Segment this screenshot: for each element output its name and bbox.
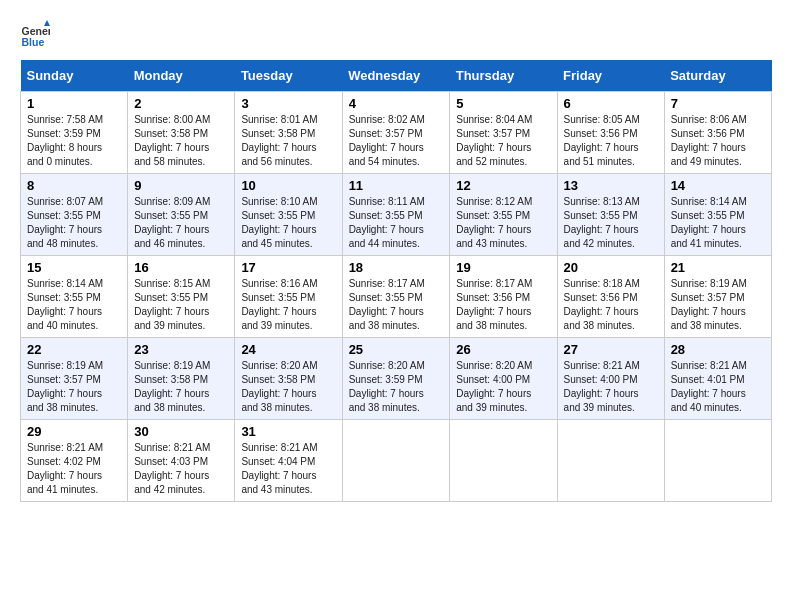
day-number: 8: [27, 178, 121, 193]
col-header-saturday: Saturday: [664, 60, 771, 92]
day-detail: Sunrise: 8:21 AM Sunset: 4:01 PM Dayligh…: [671, 359, 765, 415]
calendar-cell: 10Sunrise: 8:10 AM Sunset: 3:55 PM Dayli…: [235, 174, 342, 256]
day-detail: Sunrise: 8:16 AM Sunset: 3:55 PM Dayligh…: [241, 277, 335, 333]
col-header-sunday: Sunday: [21, 60, 128, 92]
day-detail: Sunrise: 8:17 AM Sunset: 3:55 PM Dayligh…: [349, 277, 444, 333]
calendar-cell: 19Sunrise: 8:17 AM Sunset: 3:56 PM Dayli…: [450, 256, 557, 338]
day-number: 14: [671, 178, 765, 193]
calendar-cell: 27Sunrise: 8:21 AM Sunset: 4:00 PM Dayli…: [557, 338, 664, 420]
logo-icon: General Blue: [20, 20, 50, 50]
calendar-cell: 3Sunrise: 8:01 AM Sunset: 3:58 PM Daylig…: [235, 92, 342, 174]
day-number: 6: [564, 96, 658, 111]
day-detail: Sunrise: 8:21 AM Sunset: 4:00 PM Dayligh…: [564, 359, 658, 415]
calendar-cell: 13Sunrise: 8:13 AM Sunset: 3:55 PM Dayli…: [557, 174, 664, 256]
logo: General Blue: [20, 20, 54, 50]
calendar-cell: 21Sunrise: 8:19 AM Sunset: 3:57 PM Dayli…: [664, 256, 771, 338]
day-number: 13: [564, 178, 658, 193]
calendar-cell: 18Sunrise: 8:17 AM Sunset: 3:55 PM Dayli…: [342, 256, 450, 338]
day-detail: Sunrise: 8:06 AM Sunset: 3:56 PM Dayligh…: [671, 113, 765, 169]
calendar-cell: 7Sunrise: 8:06 AM Sunset: 3:56 PM Daylig…: [664, 92, 771, 174]
day-detail: Sunrise: 8:17 AM Sunset: 3:56 PM Dayligh…: [456, 277, 550, 333]
calendar-cell: 20Sunrise: 8:18 AM Sunset: 3:56 PM Dayli…: [557, 256, 664, 338]
day-detail: Sunrise: 8:20 AM Sunset: 3:58 PM Dayligh…: [241, 359, 335, 415]
calendar-cell: 26Sunrise: 8:20 AM Sunset: 4:00 PM Dayli…: [450, 338, 557, 420]
calendar-cell: 11Sunrise: 8:11 AM Sunset: 3:55 PM Dayli…: [342, 174, 450, 256]
day-number: 27: [564, 342, 658, 357]
calendar-cell: 16Sunrise: 8:15 AM Sunset: 3:55 PM Dayli…: [128, 256, 235, 338]
header-row: SundayMondayTuesdayWednesdayThursdayFrid…: [21, 60, 772, 92]
calendar-cell: 30Sunrise: 8:21 AM Sunset: 4:03 PM Dayli…: [128, 420, 235, 502]
calendar-cell: [342, 420, 450, 502]
col-header-tuesday: Tuesday: [235, 60, 342, 92]
day-number: 10: [241, 178, 335, 193]
calendar-row: 15Sunrise: 8:14 AM Sunset: 3:55 PM Dayli…: [21, 256, 772, 338]
calendar-cell: 22Sunrise: 8:19 AM Sunset: 3:57 PM Dayli…: [21, 338, 128, 420]
calendar-cell: [450, 420, 557, 502]
day-number: 22: [27, 342, 121, 357]
day-number: 9: [134, 178, 228, 193]
col-header-thursday: Thursday: [450, 60, 557, 92]
calendar-row: 8Sunrise: 8:07 AM Sunset: 3:55 PM Daylig…: [21, 174, 772, 256]
day-detail: Sunrise: 8:05 AM Sunset: 3:56 PM Dayligh…: [564, 113, 658, 169]
day-detail: Sunrise: 8:13 AM Sunset: 3:55 PM Dayligh…: [564, 195, 658, 251]
day-number: 2: [134, 96, 228, 111]
day-detail: Sunrise: 8:15 AM Sunset: 3:55 PM Dayligh…: [134, 277, 228, 333]
day-number: 12: [456, 178, 550, 193]
day-number: 24: [241, 342, 335, 357]
day-number: 25: [349, 342, 444, 357]
day-number: 16: [134, 260, 228, 275]
day-number: 5: [456, 96, 550, 111]
day-number: 20: [564, 260, 658, 275]
calendar-cell: 14Sunrise: 8:14 AM Sunset: 3:55 PM Dayli…: [664, 174, 771, 256]
calendar-row: 1Sunrise: 7:58 AM Sunset: 3:59 PM Daylig…: [21, 92, 772, 174]
calendar-cell: 9Sunrise: 8:09 AM Sunset: 3:55 PM Daylig…: [128, 174, 235, 256]
day-number: 21: [671, 260, 765, 275]
day-number: 31: [241, 424, 335, 439]
calendar-cell: 24Sunrise: 8:20 AM Sunset: 3:58 PM Dayli…: [235, 338, 342, 420]
day-detail: Sunrise: 8:14 AM Sunset: 3:55 PM Dayligh…: [27, 277, 121, 333]
day-number: 1: [27, 96, 121, 111]
calendar-cell: 17Sunrise: 8:16 AM Sunset: 3:55 PM Dayli…: [235, 256, 342, 338]
calendar-row: 29Sunrise: 8:21 AM Sunset: 4:02 PM Dayli…: [21, 420, 772, 502]
day-detail: Sunrise: 8:12 AM Sunset: 3:55 PM Dayligh…: [456, 195, 550, 251]
calendar-cell: [557, 420, 664, 502]
calendar-cell: [664, 420, 771, 502]
col-header-friday: Friday: [557, 60, 664, 92]
day-detail: Sunrise: 8:00 AM Sunset: 3:58 PM Dayligh…: [134, 113, 228, 169]
day-number: 4: [349, 96, 444, 111]
calendar-cell: 15Sunrise: 8:14 AM Sunset: 3:55 PM Dayli…: [21, 256, 128, 338]
day-detail: Sunrise: 8:20 AM Sunset: 3:59 PM Dayligh…: [349, 359, 444, 415]
calendar-cell: 4Sunrise: 8:02 AM Sunset: 3:57 PM Daylig…: [342, 92, 450, 174]
day-detail: Sunrise: 8:02 AM Sunset: 3:57 PM Dayligh…: [349, 113, 444, 169]
day-number: 29: [27, 424, 121, 439]
calendar-row: 22Sunrise: 8:19 AM Sunset: 3:57 PM Dayli…: [21, 338, 772, 420]
calendar-cell: 12Sunrise: 8:12 AM Sunset: 3:55 PM Dayli…: [450, 174, 557, 256]
day-detail: Sunrise: 8:07 AM Sunset: 3:55 PM Dayligh…: [27, 195, 121, 251]
day-detail: Sunrise: 8:09 AM Sunset: 3:55 PM Dayligh…: [134, 195, 228, 251]
day-number: 7: [671, 96, 765, 111]
day-detail: Sunrise: 8:01 AM Sunset: 3:58 PM Dayligh…: [241, 113, 335, 169]
calendar-cell: 5Sunrise: 8:04 AM Sunset: 3:57 PM Daylig…: [450, 92, 557, 174]
day-detail: Sunrise: 8:14 AM Sunset: 3:55 PM Dayligh…: [671, 195, 765, 251]
col-header-monday: Monday: [128, 60, 235, 92]
calendar-cell: 8Sunrise: 8:07 AM Sunset: 3:55 PM Daylig…: [21, 174, 128, 256]
day-detail: Sunrise: 8:20 AM Sunset: 4:00 PM Dayligh…: [456, 359, 550, 415]
calendar-table: SundayMondayTuesdayWednesdayThursdayFrid…: [20, 60, 772, 502]
calendar-cell: 25Sunrise: 8:20 AM Sunset: 3:59 PM Dayli…: [342, 338, 450, 420]
day-detail: Sunrise: 8:19 AM Sunset: 3:57 PM Dayligh…: [27, 359, 121, 415]
page-header: General Blue: [20, 20, 772, 50]
day-detail: Sunrise: 8:11 AM Sunset: 3:55 PM Dayligh…: [349, 195, 444, 251]
day-detail: Sunrise: 8:21 AM Sunset: 4:03 PM Dayligh…: [134, 441, 228, 497]
day-detail: Sunrise: 8:10 AM Sunset: 3:55 PM Dayligh…: [241, 195, 335, 251]
calendar-cell: 2Sunrise: 8:00 AM Sunset: 3:58 PM Daylig…: [128, 92, 235, 174]
day-detail: Sunrise: 8:19 AM Sunset: 3:57 PM Dayligh…: [671, 277, 765, 333]
calendar-cell: 1Sunrise: 7:58 AM Sunset: 3:59 PM Daylig…: [21, 92, 128, 174]
day-number: 28: [671, 342, 765, 357]
day-number: 23: [134, 342, 228, 357]
day-number: 18: [349, 260, 444, 275]
day-number: 26: [456, 342, 550, 357]
calendar-cell: 28Sunrise: 8:21 AM Sunset: 4:01 PM Dayli…: [664, 338, 771, 420]
calendar-cell: 31Sunrise: 8:21 AM Sunset: 4:04 PM Dayli…: [235, 420, 342, 502]
day-detail: Sunrise: 8:21 AM Sunset: 4:02 PM Dayligh…: [27, 441, 121, 497]
svg-marker-2: [44, 20, 50, 26]
